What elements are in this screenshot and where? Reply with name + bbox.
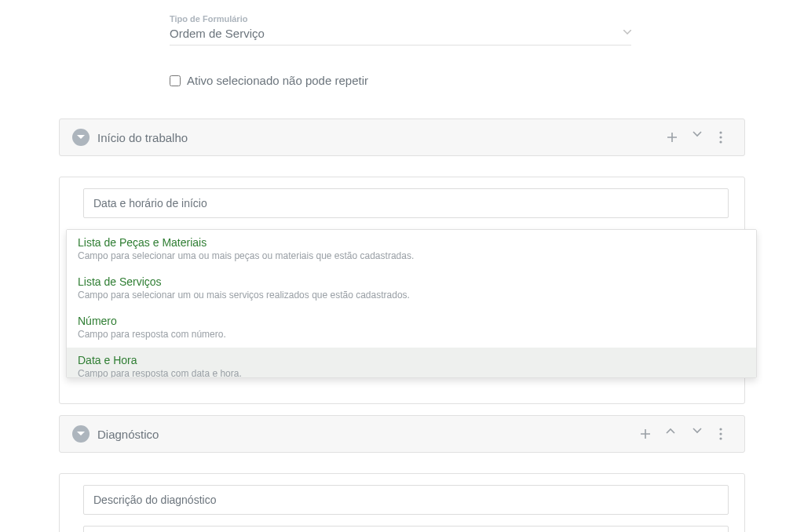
- svg-point-4: [719, 432, 722, 435]
- dropdown-option-title: Lista de Peças e Materiais: [78, 236, 745, 249]
- dropdown-option-desc: Campo para resposta com número.: [78, 329, 745, 340]
- collapse-circle-icon[interactable]: [72, 425, 90, 443]
- svg-point-0: [719, 131, 722, 133]
- dropdown-option[interactable]: Lista de Serviços Campo para selecionar …: [67, 269, 756, 308]
- chevron-down-icon[interactable]: [693, 428, 705, 440]
- dropdown-option-desc: Campo para selecionar um ou mais serviço…: [78, 290, 745, 301]
- field-type-dropdown[interactable]: Lista de Peças e Materiais Campo para se…: [66, 229, 757, 378]
- svg-point-1: [719, 136, 722, 138]
- section-title: Início do trabalho: [97, 131, 658, 144]
- svg-point-3: [719, 428, 722, 430]
- asset-repeat-checkbox[interactable]: [170, 75, 181, 86]
- field-name-input[interactable]: [83, 188, 729, 218]
- section-actions: [666, 131, 732, 144]
- chevron-down-icon[interactable]: [693, 131, 705, 144]
- asset-repeat-checkbox-row[interactable]: Ativo selecionado não pode repetir: [170, 74, 796, 87]
- field-card-data-inicio: Data e Hora Lista de Peças e Materiais C…: [59, 177, 745, 404]
- dropdown-option[interactable]: Número Campo para resposta com número.: [67, 308, 756, 348]
- kebab-menu-icon[interactable]: [719, 428, 732, 440]
- dropdown-option-desc: Campo para selecionar uma ou mais peças …: [78, 250, 745, 261]
- form-type-select[interactable]: Ordem de Serviço: [170, 24, 631, 46]
- dropdown-option-title: Lista de Serviços: [78, 275, 745, 288]
- chevron-up-icon[interactable]: [666, 428, 678, 440]
- dropdown-option[interactable]: Lista de Peças e Materiais Campo para se…: [67, 230, 756, 269]
- field-type-select[interactable]: Texto grande: [83, 526, 729, 532]
- asset-repeat-label: Ativo selecionado não pode repetir: [187, 74, 368, 87]
- section-header: Diagnóstico: [60, 416, 744, 452]
- form-type-field: Tipo de Formulário Ordem de Serviço: [170, 0, 631, 46]
- form-type-label: Tipo de Formulário: [170, 14, 631, 24]
- section-header: Início do trabalho: [60, 119, 744, 155]
- section-inicio-trabalho: Início do trabalho: [59, 118, 745, 156]
- dropdown-option-title: Data e Hora: [78, 354, 745, 366]
- plus-icon[interactable]: [666, 131, 678, 144]
- field-name-input[interactable]: [83, 485, 729, 515]
- form-type-value: Ordem de Serviço: [170, 27, 265, 40]
- svg-point-5: [719, 437, 722, 439]
- section-actions: [639, 428, 732, 440]
- svg-point-2: [719, 140, 722, 143]
- section-diagnostico: Diagnóstico: [59, 415, 745, 453]
- chevron-down-icon: [623, 30, 631, 38]
- kebab-menu-icon[interactable]: [719, 131, 732, 144]
- section-title: Diagnóstico: [97, 428, 631, 441]
- plus-icon[interactable]: [639, 428, 652, 440]
- dropdown-option-desc: Campo para resposta com data e hora.: [78, 368, 745, 378]
- dropdown-option-title: Número: [78, 315, 745, 327]
- collapse-circle-icon[interactable]: [72, 129, 90, 146]
- dropdown-option[interactable]: Data e Hora Campo para resposta com data…: [67, 348, 756, 378]
- field-card-diagnostico: Texto grande Resposta obrigatória: [59, 473, 745, 532]
